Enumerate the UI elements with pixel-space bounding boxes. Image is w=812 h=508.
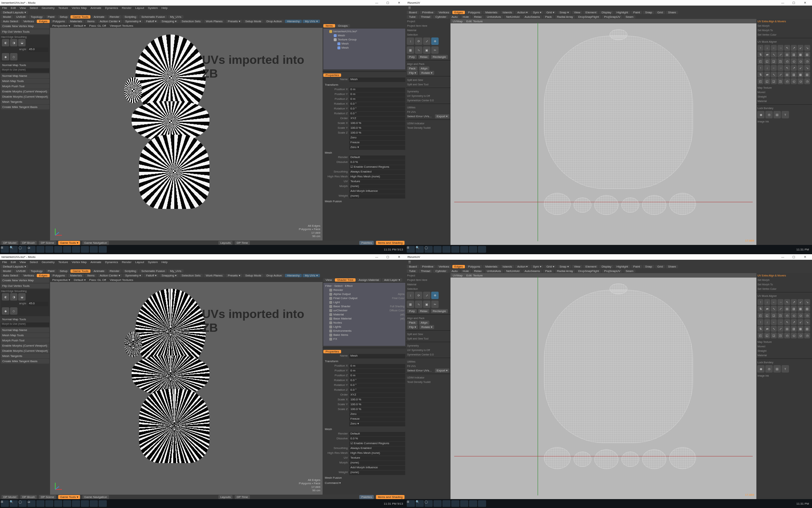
dptime-btn[interactable]: DP Time <box>235 495 250 499</box>
uv-sym-off[interactable]: UV Symmetry is Off <box>406 94 450 98</box>
menu-select[interactable]: Select <box>30 6 38 10</box>
dpmodel-tab[interactable]: DP Model <box>1 495 18 499</box>
tab-grid[interactable]: Grid <box>655 11 665 14</box>
sec-mesh[interactable]: Mesh <box>323 427 405 432</box>
align-tool-7-icon[interactable]: ↘ <box>804 45 810 51</box>
uv-selection[interactable]: Selection <box>406 32 450 37</box>
align-tool-11-icon[interactable]: ⤢ <box>778 52 783 58</box>
uv-relax-btn[interactable]: Relax <box>418 55 429 59</box>
uv-setmorph[interactable]: Set Morph <box>756 278 812 282</box>
menu-help[interactable]: Help <box>161 6 167 10</box>
align-tool-19-icon[interactable]: ◳ <box>778 58 783 64</box>
prop-position-y[interactable]: 0 m <box>349 92 405 97</box>
modo-menubar[interactable]: FileEditViewSelectGeometryTextureVertex … <box>0 260 406 264</box>
item-tree[interactable]: berserkerUVs.lxo* Mesh Texture Group Mes… <box>323 29 405 69</box>
menu-edit[interactable]: Edit <box>11 260 16 264</box>
tab-animate[interactable]: Animate <box>91 15 106 19</box>
menu-dynamics[interactable]: Dynamics <box>105 6 118 10</box>
uv-relax-btn[interactable]: Relax <box>418 309 429 313</box>
dpmodel-tab[interactable]: DP Model <box>1 241 18 245</box>
tab-materials[interactable]: Materials <box>483 265 499 268</box>
app22-icon[interactable] <box>442 500 450 507</box>
prop-high-res-mesh[interactable]: High Res Mesh (none) <box>349 451 405 456</box>
item-create-mikk-tangent-basis[interactable]: Create Mikk Tangent Basis <box>1 359 49 364</box>
tab-cylinder[interactable]: Cylinder <box>433 15 448 19</box>
align-tool-5-icon[interactable]: ↗ <box>791 299 797 305</box>
uv-fit[interactable]: Fit UVs <box>406 364 450 368</box>
uv-ink4-icon[interactable]: T <box>782 111 789 118</box>
menu-layout[interactable]: Layout <box>135 6 144 10</box>
shader-nodes[interactable]: Nodes <box>324 321 405 325</box>
layout-dropdown[interactable]: Default Layouts ▾ <box>1 265 28 268</box>
tab-scripting[interactable]: Scripting <box>122 269 138 273</box>
uv-ink1-icon[interactable]: ◉ <box>757 365 765 373</box>
taskbar-left-top[interactable]: ⊞ 🔍 ◯ 🗂 11:31 PM 5/13 <box>0 245 406 254</box>
tab-tube[interactable]: Tube <box>407 15 418 19</box>
cortana2-icon[interactable]: ◯ <box>425 246 433 253</box>
tab-edges[interactable]: Edges <box>452 11 465 14</box>
tab-render[interactable]: Render <box>108 269 122 273</box>
align-tool-10-icon[interactable]: ⤡ <box>771 306 777 312</box>
tab-projsnapuv[interactable]: ProjSnapUV <box>602 269 623 273</box>
palettes-btn[interactable]: Palettes <box>359 241 374 245</box>
item-create-mikk-tangent-basis[interactable]: Create Mikk Tangent Basis <box>1 105 49 109</box>
tab-game-tools[interactable]: Game Tools <box>70 15 91 19</box>
tab-work-planes[interactable]: Work Planes <box>204 274 225 277</box>
uv-project-here[interactable]: Project Item Here <box>406 278 450 282</box>
smooth-b-icon[interactable]: ◇ <box>10 307 17 315</box>
uv-udim[interactable]: UDIM Indicator <box>406 121 450 125</box>
uv-pack-btn[interactable]: Pack <box>407 66 417 71</box>
uv-imgink[interactable]: Image Ink <box>756 373 812 378</box>
uv-menubar[interactable]: ☰ <box>406 6 812 10</box>
uv-poly-btn[interactable]: Poly <box>407 55 417 59</box>
gametools-btn[interactable]: Game Tools ▾ <box>58 495 80 499</box>
uv-ink4-icon[interactable]: T <box>782 365 789 373</box>
tab-snap[interactable]: Snap <box>643 11 654 14</box>
menu-geometry[interactable]: Geometry <box>42 260 55 264</box>
tab-setup-mode[interactable]: Setup Mode <box>243 20 264 23</box>
flip-vertex-tools[interactable]: Flip Out Vertex Tools <box>1 29 49 34</box>
prop-order[interactable]: XYZ <box>349 393 405 397</box>
tab-tube[interactable]: Tube <box>407 269 418 273</box>
prop-[interactable]: Freeze <box>349 141 405 145</box>
tab-drop-action[interactable]: Drop Action <box>264 20 284 23</box>
tab-projsnapuv[interactable]: ProjSnapUV <box>602 15 623 19</box>
uv-align-btn[interactable]: Align <box>419 66 429 71</box>
menu-file[interactable]: File <box>2 260 7 264</box>
tab-grid[interactable]: Grid <box>655 265 665 268</box>
prop-dissolve[interactable]: 0.0 % <box>349 160 405 165</box>
smooth-a-icon[interactable]: ◆ <box>2 53 9 60</box>
cortana2-icon[interactable]: ◯ <box>425 500 433 507</box>
tab-paint[interactable]: Paint <box>46 269 57 273</box>
tab-islands[interactable]: Islands <box>501 265 514 268</box>
align-tool-20-icon[interactable]: ◴ <box>784 312 790 318</box>
tab-primitive[interactable]: Primitive <box>420 265 436 268</box>
tab-pack[interactable]: Pack <box>543 269 554 273</box>
uv-menubar[interactable]: ☰ <box>406 260 812 264</box>
menu-system[interactable]: System <box>148 6 158 10</box>
align-tool-15-icon[interactable]: ▧ <box>804 52 810 58</box>
prop-render[interactable]: Default <box>349 432 405 436</box>
shader-uvchecker[interactable]: uvCheckerDiffuse Color <box>324 308 405 312</box>
vp-perspective-[interactable]: Perspective ▾ <box>52 278 70 282</box>
layouts-btn[interactable]: Layouts <box>218 241 232 245</box>
menu-view[interactable]: View <box>20 260 26 264</box>
uv-flip-btn[interactable]: Flip ▾ <box>407 71 418 75</box>
prop-uv[interactable]: Texture <box>349 180 405 184</box>
app24-icon[interactable] <box>460 246 468 253</box>
align-tool-25-icon[interactable]: ↓ <box>764 65 770 71</box>
prop-position-z[interactable]: 0 m <box>349 374 405 378</box>
tab-my-uvs[interactable]: My_UVs <box>168 15 184 19</box>
align-tool-28-icon[interactable]: ↖ <box>784 319 790 325</box>
tab-netunfold[interactable]: NetUnfold <box>504 269 522 273</box>
modo-3d-viewport[interactable]: Perspective ▾Default ▾Pass: GL OffViewpo… <box>50 23 323 240</box>
align-tool-24-icon[interactable]: ↑ <box>757 319 763 325</box>
tab-snapping-[interactable]: Snapping ▾ <box>159 20 179 23</box>
align-tool-8-icon[interactable]: ⇅ <box>757 306 763 312</box>
vp-perspective-[interactable]: Perspective ▾ <box>52 24 70 27</box>
align-tool-10-icon[interactable]: ⤡ <box>771 52 777 58</box>
smooth-b-icon[interactable]: ◇ <box>10 53 17 60</box>
align-tool-17-icon[interactable]: ◱ <box>764 58 770 64</box>
shadertab-view[interactable]: View <box>323 278 334 282</box>
app23-icon[interactable] <box>451 500 459 507</box>
